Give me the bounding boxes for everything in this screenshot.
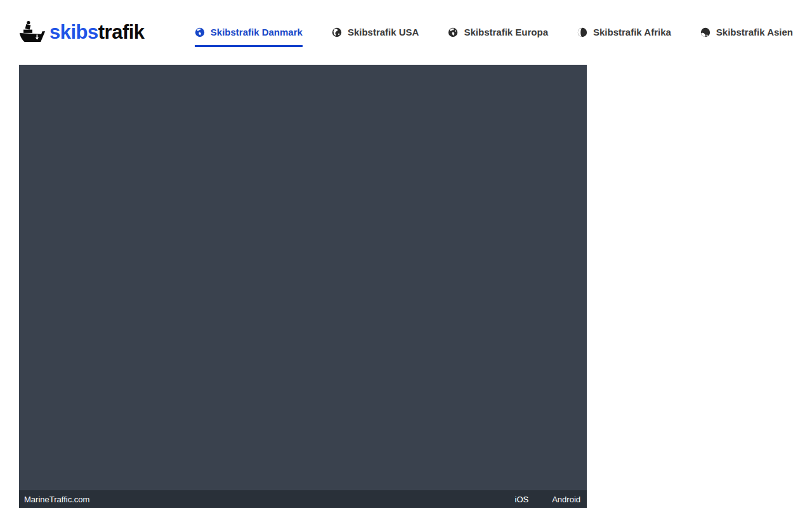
nav-item-label: Skibstrafik USA: [348, 27, 419, 37]
nav-item-skibstrafik-europa[interactable]: Skibstrafik Europa: [448, 18, 548, 47]
logo-text-primary: skibs: [49, 21, 98, 43]
nav-item-label: Skibstrafik Danmark: [211, 27, 303, 37]
globe-europe-africa-icon: [448, 27, 458, 37]
store-links: iOS Android: [515, 495, 580, 504]
globe-africa-icon: [577, 27, 587, 37]
nav-item-label: Skibstrafik Afrika: [593, 27, 671, 37]
nav-item-label: Skibstrafik Europa: [464, 27, 548, 37]
nav-item-skibstrafik-danmark[interactable]: Skibstrafik Danmark: [195, 18, 303, 47]
site-header: skibstrafik Skibstrafik Danmark: [0, 0, 812, 65]
logo-text-secondary: trafik: [98, 21, 145, 43]
ship-logo-icon: [19, 20, 46, 44]
globe-europe-icon: [195, 27, 205, 37]
nav-item-label: Skibstrafik Asien: [716, 27, 793, 37]
android-app-link[interactable]: Android: [552, 495, 580, 504]
map-canvas[interactable]: [19, 65, 587, 490]
ship-traffic-map-embed: MarineTraffic.com iOS Android: [19, 65, 587, 508]
nav-item-skibstrafik-usa[interactable]: Skibstrafik USA: [332, 18, 419, 47]
nav-item-skibstrafik-asien[interactable]: Skibstrafik Asien: [700, 18, 793, 47]
globe-americas-icon: [332, 27, 342, 37]
logo-link[interactable]: skibstrafik: [19, 20, 145, 44]
ios-app-link[interactable]: iOS: [515, 495, 529, 504]
map-attribution-bar: MarineTraffic.com iOS Android: [19, 490, 587, 508]
logo-wordmark: skibstrafik: [49, 21, 145, 44]
main-nav: Skibstrafik Danmark Skibstrafik USA: [195, 18, 793, 47]
globe-asia-australia-icon: [700, 27, 710, 37]
nav-item-skibstrafik-afrika[interactable]: Skibstrafik Afrika: [577, 18, 671, 47]
marinetraffic-attribution-link[interactable]: MarineTraffic.com: [24, 495, 89, 504]
